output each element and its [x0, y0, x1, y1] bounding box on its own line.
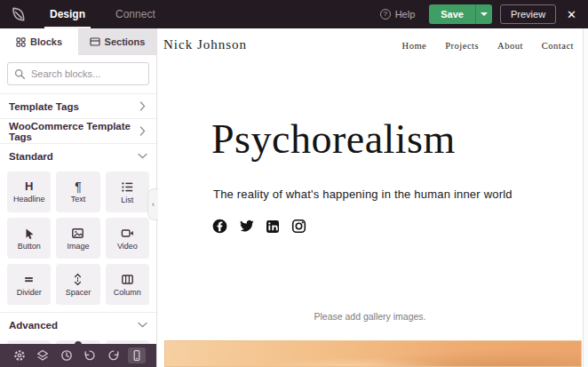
- group-advanced[interactable]: Advanced: [0, 312, 156, 337]
- search-blocks: [7, 62, 149, 85]
- gallery-image[interactable]: [164, 340, 582, 367]
- bottom-toolbar: [0, 344, 156, 367]
- tab-connect[interactable]: Connect: [105, 0, 166, 28]
- nav-link-home[interactable]: Home: [402, 41, 427, 51]
- sidebar-collapse-handle[interactable]: ‹: [147, 188, 158, 220]
- canvas-scrollbar[interactable]: [583, 28, 588, 367]
- block-label: Column: [114, 288, 141, 297]
- nav-link-about[interactable]: About: [497, 41, 523, 51]
- settings-gear-icon[interactable]: [11, 347, 28, 363]
- text-icon: ¶: [75, 180, 82, 193]
- block-label: Button: [18, 242, 41, 251]
- social-icons-row: [212, 219, 306, 234]
- group-woocommerce-template-tags[interactable]: WooCommerce Template Tags: [0, 118, 156, 143]
- seedprod-logo-icon: [9, 5, 27, 23]
- video-icon: [121, 227, 134, 240]
- block-label: Spacer: [66, 288, 91, 297]
- facebook-icon[interactable]: [212, 219, 227, 234]
- toolbar-handle[interactable]: [75, 341, 82, 348]
- blocks-sidebar: Blocks Sections Template Tags: [0, 28, 156, 367]
- twitter-icon[interactable]: [239, 219, 254, 234]
- preview-nav: Home Projects About Contact: [402, 41, 574, 51]
- page-preview-canvas[interactable]: Nick Johnson Home Projects About Contact…: [156, 28, 588, 367]
- group-label: Advanced: [9, 320, 58, 331]
- group-standard[interactable]: Standard: [0, 143, 156, 168]
- chevron-left-icon: ‹: [152, 200, 155, 209]
- block-button[interactable]: Button: [7, 218, 51, 259]
- chevron-down-icon: [139, 320, 146, 330]
- mobile-preview-icon[interactable]: [128, 347, 146, 363]
- preview-button[interactable]: Preview: [500, 4, 556, 24]
- block-label: Headline: [13, 195, 45, 203]
- gallery-placeholder-text: Please add gallery images.: [157, 311, 583, 322]
- headline-icon: H: [25, 180, 33, 193]
- hero-subtitle[interactable]: The reality of what's happening in the h…: [213, 187, 513, 201]
- block-text[interactable]: ¶ Text: [56, 172, 99, 212]
- block-label: Image: [67, 242, 89, 251]
- spacer-icon: [71, 273, 84, 286]
- block-headline[interactable]: H Headline: [7, 172, 51, 212]
- seedprod-builder-window: Design Connect ? Help Save Preview ✕ Blo…: [0, 0, 588, 367]
- save-button[interactable]: Save: [429, 4, 475, 24]
- block-label: Divider: [17, 288, 42, 297]
- chevron-down-icon: [139, 151, 146, 161]
- topbar: Design Connect ? Help Save Preview ✕: [0, 0, 588, 28]
- chevron-down-icon: [481, 12, 488, 16]
- preview-site-header: Nick Johnson Home Projects About Contact: [163, 37, 574, 52]
- block-label: Video: [117, 242, 138, 251]
- tab-design[interactable]: Design: [39, 0, 96, 28]
- help-label: Help: [395, 9, 416, 20]
- block-column[interactable]: Column: [106, 264, 149, 305]
- close-icon[interactable]: ✕: [567, 8, 576, 21]
- standard-blocks-grid: H Headline ¶ Text List: [0, 168, 156, 312]
- chevron-right-icon: [139, 126, 146, 136]
- group-label: Template Tags: [9, 101, 79, 112]
- block-image[interactable]: Image: [56, 218, 99, 259]
- button-icon: [22, 227, 36, 240]
- blocks-icon: [16, 37, 26, 47]
- image-icon: [71, 227, 84, 240]
- instagram-icon[interactable]: [291, 219, 306, 234]
- block-label: Text: [71, 195, 86, 203]
- tab-blocks-label: Blocks: [30, 36, 62, 47]
- group-label: WooCommerce Template Tags: [9, 121, 139, 142]
- layers-icon[interactable]: [34, 347, 52, 363]
- save-dropdown-button[interactable]: [475, 4, 492, 24]
- help-icon: ?: [380, 9, 391, 20]
- sections-icon: [90, 36, 100, 47]
- search-input[interactable]: [7, 62, 149, 85]
- help-button[interactable]: ? Help: [380, 9, 416, 20]
- block-spacer[interactable]: Spacer: [56, 264, 99, 305]
- block-list[interactable]: List: [106, 172, 149, 212]
- group-template-tags[interactable]: Template Tags: [0, 93, 156, 118]
- column-icon: [121, 273, 134, 286]
- tab-blocks[interactable]: Blocks: [0, 28, 78, 55]
- block-video[interactable]: Video: [106, 218, 149, 259]
- revision-history-icon[interactable]: [58, 347, 75, 363]
- undo-icon[interactable]: [81, 347, 99, 363]
- redo-icon[interactable]: [105, 347, 123, 363]
- nav-link-projects[interactable]: Projects: [445, 41, 479, 51]
- search-icon: [14, 68, 26, 80]
- linkedin-icon[interactable]: [266, 219, 280, 234]
- tab-sections[interactable]: Sections: [78, 28, 156, 55]
- block-label: List: [121, 195, 133, 204]
- tab-sections-label: Sections: [105, 36, 146, 47]
- group-label: Standard: [9, 151, 53, 162]
- sidebar-tabs: Blocks Sections: [0, 28, 156, 55]
- divider-icon: [22, 273, 36, 286]
- chevron-right-icon: [139, 101, 146, 111]
- nav-link-contact[interactable]: Contact: [542, 41, 574, 51]
- hero-headline[interactable]: Psychorealism: [211, 116, 456, 163]
- site-name[interactable]: Nick Johnson: [163, 37, 247, 52]
- save-split-button[interactable]: Save: [429, 4, 492, 24]
- block-divider[interactable]: Divider: [7, 264, 51, 305]
- list-icon: [121, 180, 134, 194]
